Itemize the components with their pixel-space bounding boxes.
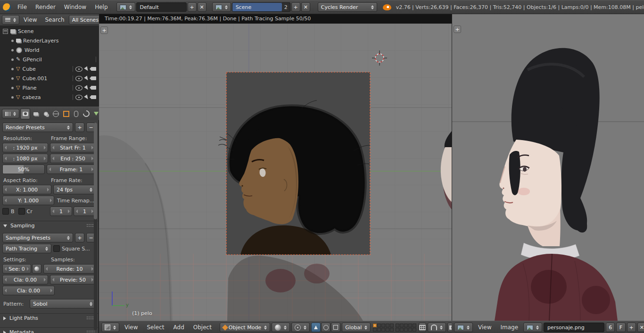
viewport-editor-type-button[interactable]: [101, 323, 119, 332]
current-frame-field[interactable]: Frame: 1: [47, 165, 96, 174]
scene-name-field[interactable]: Scene: [232, 2, 282, 12]
manipulator-rotate-button[interactable]: [321, 323, 330, 332]
image-menu-image[interactable]: Image: [496, 323, 522, 332]
preset-add-button[interactable]: +: [75, 123, 84, 132]
tab-object[interactable]: [62, 108, 71, 119]
section-sampling[interactable]: Sampling: [0, 221, 98, 230]
crop-checkbox[interactable]: Cr: [18, 208, 33, 215]
visibility-toggle-icon[interactable]: [75, 67, 83, 72]
seed-field[interactable]: See: 0: [2, 264, 31, 274]
layer-cell[interactable]: [396, 324, 399, 327]
layer-cell[interactable]: [396, 328, 399, 332]
screen-layout-delete-button[interactable]: ✕: [198, 2, 206, 12]
start-frame-field[interactable]: Start Fr: 1: [50, 143, 96, 152]
layer-cell[interactable]: [408, 328, 412, 332]
layer-cell[interactable]: [386, 324, 389, 327]
mode-dropdown[interactable]: Object Mode: [220, 323, 270, 332]
region-expand-icon[interactable]: +: [100, 26, 108, 34]
border-checkbox[interactable]: B: [2, 208, 15, 215]
scene-browse-button[interactable]: [212, 2, 231, 12]
outliner-menu-view[interactable]: View: [20, 16, 41, 24]
viewport-menu-view[interactable]: View: [121, 323, 141, 332]
resolution-x-field[interactable]: : 1920 px: [2, 143, 48, 152]
viewport-3d[interactable]: y (1) pelo +: [99, 24, 452, 321]
lock-to-scene-button[interactable]: [419, 323, 426, 332]
menu-window[interactable]: Window: [60, 3, 90, 11]
image-editor-view[interactable]: +: [452, 13, 644, 321]
properties-editor-type-button[interactable]: [2, 109, 19, 118]
layer-cell[interactable]: [413, 324, 416, 327]
outliner-item-cube[interactable]: ▽ Cube: [0, 64, 99, 74]
renderability-toggle-icon[interactable]: [91, 86, 96, 90]
tab-modifiers[interactable]: [82, 108, 91, 119]
unlink-image-button[interactable]: ✕: [637, 323, 644, 332]
transform-orientation-dropdown[interactable]: Global: [342, 323, 371, 332]
viewport-shading-dropdown[interactable]: [272, 323, 290, 332]
outliner-item-scene[interactable]: Scene: [0, 26, 99, 36]
collapse-expander-icon[interactable]: [3, 29, 8, 34]
image-user-count-button[interactable]: 6: [606, 323, 615, 332]
image-browse-button[interactable]: [523, 323, 542, 332]
selectability-toggle-icon[interactable]: [84, 66, 90, 72]
scrollbar-thumb[interactable]: [94, 123, 97, 219]
tab-render[interactable]: [20, 108, 30, 119]
section-light-paths[interactable]: Light Paths: [0, 313, 98, 323]
clamp-direct-field[interactable]: Cla: 0.00: [2, 275, 48, 284]
fps-dropdown[interactable]: 24 fps: [53, 185, 96, 194]
render-samples-field[interactable]: Rende: 10: [43, 264, 96, 274]
layer-cell[interactable]: [377, 324, 381, 327]
selectability-toggle-icon[interactable]: [84, 85, 90, 91]
renderability-toggle-icon[interactable]: [91, 76, 96, 80]
renderability-toggle-icon[interactable]: [91, 67, 96, 71]
time-remap-new-field[interactable]: 1: [74, 207, 96, 216]
selectability-toggle-icon[interactable]: [84, 94, 90, 100]
menu-file[interactable]: File: [14, 3, 31, 11]
manipulator-scale-button[interactable]: [331, 323, 340, 332]
outliner-item-cabeza[interactable]: ▽ cabeza: [0, 92, 99, 102]
viewport-menu-object[interactable]: Object: [190, 323, 215, 332]
outliner-item-cube001[interactable]: ▽ Cube.001: [0, 74, 99, 83]
snap-dropdown[interactable]: [428, 323, 446, 332]
menu-help[interactable]: Help: [91, 3, 111, 11]
tab-world[interactable]: [51, 108, 60, 119]
layers-widget[interactable]: [373, 324, 416, 332]
aspect-y-field[interactable]: Y: 1.000: [2, 196, 54, 205]
visibility-toggle-icon[interactable]: [75, 95, 83, 100]
layer-cell[interactable]: [404, 324, 408, 327]
image-menu-view[interactable]: View: [474, 323, 495, 332]
layer-cell[interactable]: [386, 328, 389, 332]
viewport-menu-select[interactable]: Select: [143, 323, 168, 332]
image-editor-type-button[interactable]: [454, 323, 473, 332]
renderability-toggle-icon[interactable]: [91, 95, 96, 99]
time-remap-old-field[interactable]: 1: [50, 207, 72, 216]
integrator-dropdown[interactable]: Path Tracing: [2, 244, 51, 253]
animated-seed-button[interactable]: [32, 264, 41, 274]
manipulator-translate-button[interactable]: [311, 323, 321, 332]
layer-cell[interactable]: [404, 328, 408, 332]
end-frame-field[interactable]: End : 250: [50, 154, 96, 163]
preview-samples-field[interactable]: Previe: 50: [50, 275, 96, 284]
render-engine-dropdown[interactable]: Cycles Render: [318, 2, 377, 12]
layer-cell[interactable]: [373, 324, 377, 327]
scene-user-count[interactable]: 2: [282, 2, 290, 12]
layer-cell[interactable]: [381, 328, 385, 332]
layer-cell[interactable]: [390, 324, 394, 327]
visibility-toggle-icon[interactable]: [75, 76, 83, 81]
section-metadata[interactable]: Metadata: [0, 327, 98, 333]
layer-cell[interactable]: [381, 324, 385, 327]
fake-user-button[interactable]: F: [616, 323, 625, 332]
layer-cell[interactable]: [408, 324, 412, 327]
properties-scrollbar[interactable]: [94, 123, 97, 330]
blender-app-icon[interactable]: [3, 3, 11, 11]
image-name-field[interactable]: personaje.png: [544, 323, 604, 332]
outliner-item-plane[interactable]: ▽ Plane: [0, 83, 99, 92]
outliner-menu-search[interactable]: Search: [41, 16, 68, 24]
resolution-y-field[interactable]: : 1080 px: [2, 154, 48, 163]
layer-cell[interactable]: [413, 328, 416, 332]
scene-add-button[interactable]: +: [291, 2, 300, 12]
screen-layout-add-button[interactable]: +: [188, 2, 197, 12]
pattern-dropdown[interactable]: Sobol: [30, 299, 96, 308]
scene-delete-button[interactable]: ✕: [301, 2, 310, 12]
region-expand-icon[interactable]: +: [454, 25, 461, 33]
layer-cell[interactable]: [377, 328, 381, 332]
